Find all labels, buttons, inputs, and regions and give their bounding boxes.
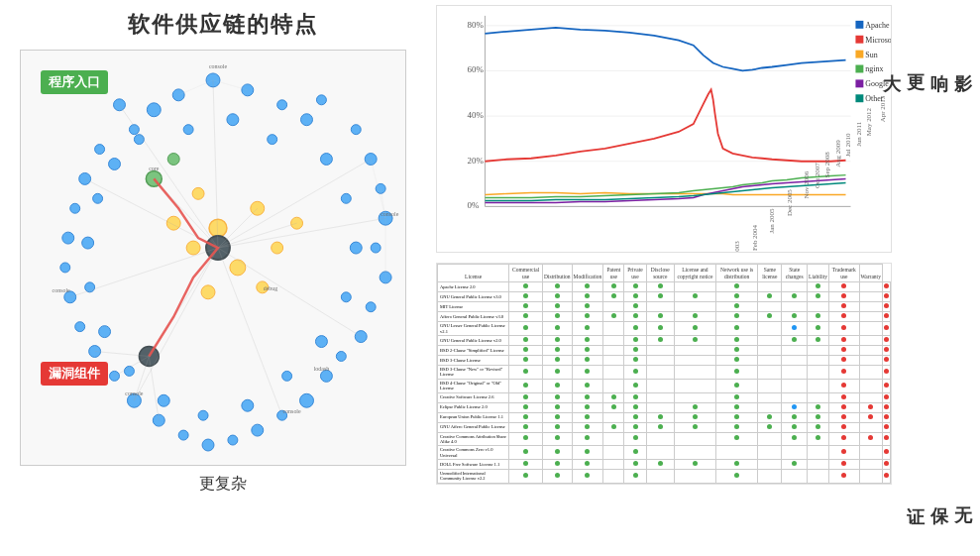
license-cell [675, 379, 716, 392]
license-cell [859, 345, 882, 355]
svg-point-61 [166, 216, 180, 230]
license-cell [859, 282, 882, 292]
license-cell [646, 335, 674, 345]
license-cell [509, 392, 543, 402]
svg-point-66 [167, 154, 179, 166]
license-cell [859, 432, 882, 446]
license-cell [715, 282, 758, 292]
table-row: BSD 3-Clause License [438, 355, 891, 365]
svg-point-42 [341, 292, 351, 302]
license-cell [758, 365, 782, 379]
license-cell [715, 422, 758, 432]
license-cell [859, 335, 882, 345]
license-cell [675, 312, 716, 322]
license-cell [675, 446, 716, 460]
svg-line-73 [218, 248, 361, 337]
license-cell [675, 402, 716, 412]
license-cell [758, 292, 782, 302]
license-cell [758, 392, 782, 402]
license-cell [715, 335, 758, 345]
license-cell [808, 302, 829, 312]
license-cell [543, 392, 573, 402]
license-cell [715, 292, 758, 302]
license-cell [509, 302, 543, 312]
col-trademark: Trademark use [829, 265, 860, 282]
license-cell [758, 412, 782, 422]
col-network: Network use is distribution [715, 265, 758, 282]
license-cell [859, 312, 882, 322]
side-label-impact: 影响更大 [880, 59, 975, 63]
license-cell [603, 379, 624, 392]
license-cell [829, 312, 860, 322]
svg-rect-127 [855, 21, 863, 29]
license-cell [829, 282, 860, 292]
license-cell [715, 355, 758, 365]
license-cell [882, 379, 890, 392]
svg-text:Sun: Sun [865, 51, 877, 59]
col-commercial: Commercial use [509, 265, 543, 282]
license-cell [758, 432, 782, 446]
license-cell [675, 460, 716, 470]
svg-text:debug: debug [264, 285, 278, 291]
col-liability: Liability [808, 265, 829, 282]
license-cell [808, 345, 829, 355]
license-cell [782, 365, 808, 379]
svg-point-8 [114, 99, 126, 111]
network-graph: console console console console console … [20, 50, 406, 466]
license-cell [646, 392, 674, 402]
svg-point-3 [147, 103, 161, 117]
license-cell [675, 432, 716, 446]
license-cell [675, 355, 716, 365]
license-cell [808, 432, 829, 446]
license-cell [859, 379, 882, 392]
license-cell [882, 282, 890, 292]
license-cell [603, 355, 624, 365]
license-cell [758, 302, 782, 312]
svg-point-21 [252, 424, 264, 436]
license-cell [603, 335, 624, 345]
license-cell [646, 446, 674, 460]
license-cell [782, 470, 808, 484]
license-cell [624, 460, 646, 470]
license-cell [509, 322, 543, 336]
license-cell [859, 302, 882, 312]
license-cell [758, 335, 782, 345]
license-cell [624, 392, 646, 402]
license-cell [675, 282, 716, 292]
license-cell [758, 402, 782, 412]
license-cell [509, 365, 543, 379]
license-name: European Union Public License 1.1 [438, 412, 509, 422]
license-cell [603, 446, 624, 460]
license-cell [808, 312, 829, 322]
license-cell [646, 470, 674, 484]
svg-point-35 [95, 145, 105, 155]
license-cell [646, 292, 674, 302]
license-cell [603, 322, 624, 336]
license-cell [782, 322, 808, 336]
license-cell [572, 422, 603, 432]
license-cell [603, 402, 624, 412]
license-cell [572, 292, 603, 302]
license-cell [882, 312, 890, 322]
license-cell [603, 392, 624, 402]
svg-text:core: core [149, 166, 160, 171]
license-cell [715, 470, 758, 484]
license-name: Creative Commons Attribution Share Alike… [438, 432, 509, 446]
license-cell [829, 402, 860, 412]
table-row: BSD 2-Clause "Simplified" License [438, 345, 891, 355]
license-cell [603, 365, 624, 379]
table-row: Unmodified International Community Licen… [438, 470, 891, 484]
license-cell [829, 379, 860, 392]
table-row: Apache License 2.0 [438, 282, 891, 292]
vuln-component-label: 漏洞组件 [41, 362, 108, 386]
col-same-license: Same license [758, 265, 782, 282]
license-cell [624, 365, 646, 379]
license-cell [624, 402, 646, 412]
license-cell [646, 312, 674, 322]
license-name: MIT License [438, 302, 509, 312]
license-cell [624, 312, 646, 322]
license-cell [782, 292, 808, 302]
svg-text:console: console [381, 211, 399, 217]
license-cell [808, 335, 829, 345]
license-cell [882, 392, 890, 402]
